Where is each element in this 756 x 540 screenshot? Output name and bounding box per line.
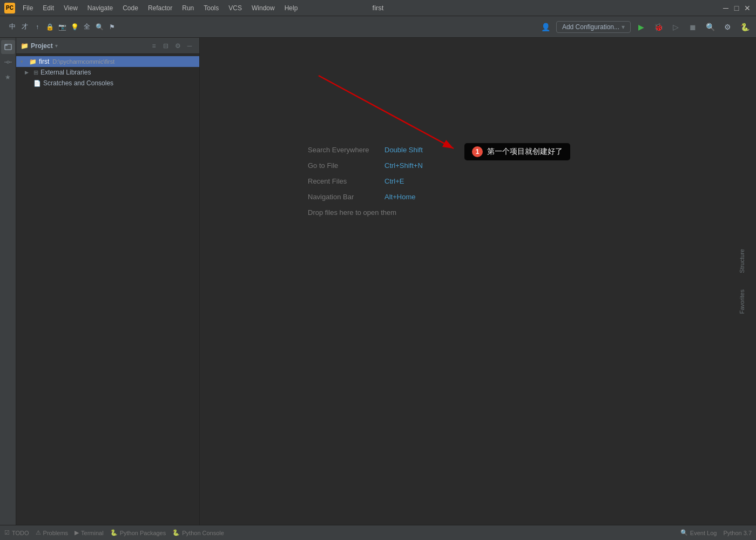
problems-label: Problems bbox=[43, 530, 68, 536]
window-controls: ─ □ ✕ bbox=[721, 4, 752, 12]
terminal-button[interactable]: ▶ Terminal bbox=[75, 529, 104, 536]
cn-icon-1[interactable]: 中 bbox=[6, 21, 18, 33]
python-version-button[interactable]: Python 3.7 bbox=[723, 530, 752, 536]
cn-icon-8[interactable]: 🔍 bbox=[93, 21, 105, 33]
settings-button[interactable]: ⚙ bbox=[720, 20, 734, 34]
python-console-label: Python Console bbox=[182, 530, 224, 536]
panel-settings-button[interactable]: ⚙ bbox=[172, 40, 183, 51]
python-packages-label: Python Packages bbox=[120, 530, 166, 536]
cn-icon-7[interactable]: 全 bbox=[81, 21, 93, 33]
problems-icon: ⚠ bbox=[36, 529, 41, 536]
scratch-icon: 📄 bbox=[33, 80, 41, 87]
project-tree: ▾ 📁 first D:\pycharmcommic\first ▶ ⊞ Ext… bbox=[16, 54, 199, 525]
scroll-from-source-button[interactable]: ≡ bbox=[148, 40, 159, 51]
annotation-number: 1 bbox=[472, 146, 483, 157]
update-button[interactable]: 🐍 bbox=[738, 20, 752, 34]
left-sidebar-icons: ★ bbox=[0, 38, 16, 525]
svg-line-6 bbox=[319, 76, 454, 148]
menu-bar: File Edit View Navigate Code Refactor Ru… bbox=[18, 3, 302, 13]
panel-header-icons: ≡ ⊟ ⚙ ─ bbox=[148, 40, 195, 51]
search-everywhere-button[interactable]: 🔍 bbox=[703, 20, 717, 34]
editor-area: 1 第一个项目就创建好了 Search Everywhere Double Sh… bbox=[200, 38, 756, 525]
python-packages-icon: 🐍 bbox=[110, 529, 118, 536]
menu-code[interactable]: Code bbox=[118, 3, 143, 13]
shortcut-row-search: Search Everywhere Double Shift bbox=[308, 146, 423, 154]
collapse-all-button[interactable]: ⊟ bbox=[160, 40, 171, 51]
shortcut-key-search: Double Shift bbox=[384, 146, 423, 154]
user-button[interactable]: 👤 bbox=[539, 20, 553, 34]
minimize-button[interactable]: ─ bbox=[721, 4, 730, 12]
svg-point-2 bbox=[7, 61, 9, 63]
menu-window[interactable]: Window bbox=[247, 3, 279, 13]
toolbar: 中 才 ↑ 🔒 📷 💡 全 🔍 ⚑ 👤 Add Configuration...… bbox=[0, 16, 756, 38]
scratches-consoles-label: Scratches and Consoles bbox=[43, 79, 113, 87]
menu-edit[interactable]: Edit bbox=[38, 3, 58, 13]
shortcut-hints: Search Everywhere Double Shift Go to Fil… bbox=[308, 146, 423, 201]
maximize-button[interactable]: □ bbox=[732, 4, 741, 12]
toolbar-right: 👤 Add Configuration... ▾ ▶ 🐞 ▷ ◼ 🔍 ⚙ 🐍 bbox=[539, 20, 752, 34]
main-layout: ★ 📁 Project ▾ ≡ ⊟ ⚙ ─ ▾ 📁 first D:\pycha… bbox=[0, 38, 756, 525]
cn-icon-6[interactable]: 💡 bbox=[69, 21, 80, 33]
annotation-tooltip: 1 第一个项目就创建好了 bbox=[464, 143, 570, 160]
menu-file[interactable]: File bbox=[18, 3, 37, 13]
run-button[interactable]: ▶ bbox=[634, 20, 648, 34]
panel-close-button[interactable]: ─ bbox=[184, 40, 195, 51]
ext-lib-icon: ⊞ bbox=[33, 69, 38, 76]
shortcut-label-search: Search Everywhere bbox=[308, 146, 378, 154]
shortcut-row-nav: Navigation Bar Alt+Home bbox=[308, 193, 423, 201]
menu-refactor[interactable]: Refactor bbox=[144, 3, 177, 13]
menu-tools[interactable]: Tools bbox=[199, 3, 223, 13]
external-libraries-item[interactable]: ▶ ⊞ External Libraries bbox=[16, 67, 199, 78]
event-log-button[interactable]: 🔍 Event Log bbox=[680, 529, 717, 536]
event-log-icon: 🔍 bbox=[680, 529, 688, 536]
shortcut-label-nav: Navigation Bar bbox=[308, 193, 378, 201]
project-panel: 📁 Project ▾ ≡ ⊟ ⚙ ─ ▾ 📁 first D:\pycharm… bbox=[16, 38, 200, 525]
cn-icon-4[interactable]: 🔒 bbox=[44, 21, 56, 33]
todo-label: TODO bbox=[12, 530, 29, 536]
expand-icon: ▶ bbox=[25, 70, 31, 75]
svg-rect-1 bbox=[5, 44, 8, 46]
menu-view[interactable]: View bbox=[59, 3, 82, 13]
project-panel-title: 📁 Project ▾ bbox=[21, 42, 58, 50]
cn-icon-5[interactable]: 📷 bbox=[56, 21, 68, 33]
project-panel-header: 📁 Project ▾ ≡ ⊟ ⚙ ─ bbox=[16, 38, 199, 54]
menu-run[interactable]: Run bbox=[178, 3, 198, 13]
python-console-button[interactable]: 🐍 Python Console bbox=[172, 529, 224, 536]
debug-button[interactable]: 🐞 bbox=[651, 20, 665, 34]
coverage-button[interactable]: ▷ bbox=[669, 20, 683, 34]
bookmark-tab-icon[interactable]: ★ bbox=[1, 70, 15, 84]
menu-help[interactable]: Help bbox=[280, 3, 302, 13]
favorites-tab-label[interactable]: Favorites bbox=[739, 289, 745, 314]
shortcut-key-file: Ctrl+Shift+N bbox=[384, 161, 423, 170]
cn-icon-9[interactable]: ⚑ bbox=[106, 21, 118, 33]
close-button[interactable]: ✕ bbox=[743, 4, 752, 12]
cn-icon-2[interactable]: 才 bbox=[19, 21, 31, 33]
add-configuration-button[interactable]: Add Configuration... ▾ bbox=[556, 21, 631, 33]
stop-button[interactable]: ◼ bbox=[686, 20, 700, 34]
red-arrow-annotation bbox=[297, 70, 470, 157]
project-tab-icon[interactable] bbox=[1, 40, 15, 54]
cn-icon-3[interactable]: ↑ bbox=[31, 21, 43, 33]
status-right: 🔍 Event Log Python 3.7 bbox=[680, 529, 752, 536]
folder-icon: 📁 bbox=[21, 42, 29, 50]
menu-vcs[interactable]: VCS bbox=[224, 3, 246, 13]
annotation-text: 第一个项目就创建好了 bbox=[487, 147, 563, 157]
scratches-consoles-item[interactable]: 📄 Scratches and Consoles bbox=[16, 78, 199, 89]
python-packages-button[interactable]: 🐍 Python Packages bbox=[110, 529, 166, 536]
todo-button[interactable]: ☑ TODO bbox=[4, 529, 29, 536]
structure-tab-label[interactable]: Structure bbox=[739, 249, 745, 273]
shortcut-row-recent: Recent Files Ctrl+E bbox=[308, 177, 423, 185]
add-config-dropdown-icon: ▾ bbox=[622, 23, 625, 31]
commit-tab-icon[interactable] bbox=[1, 55, 15, 69]
dropdown-arrow[interactable]: ▾ bbox=[55, 43, 58, 49]
drop-files-hint: Drop files here to open them bbox=[308, 208, 396, 217]
status-bar: ☑ TODO ⚠ Problems ▶ Terminal 🐍 Python Pa… bbox=[0, 525, 756, 540]
root-item-path: D:\pycharmcommic\first bbox=[52, 58, 114, 65]
project-root-item[interactable]: ▾ 📁 first D:\pycharmcommic\first bbox=[16, 56, 199, 67]
window-title: first bbox=[373, 4, 384, 12]
title-bar-left: PC File Edit View Navigate Code Refactor… bbox=[4, 3, 302, 14]
menu-navigate[interactable]: Navigate bbox=[83, 3, 117, 13]
problems-button[interactable]: ⚠ Problems bbox=[36, 529, 68, 536]
shortcut-label-file: Go to File bbox=[308, 161, 378, 170]
folder-icon: 📁 bbox=[29, 58, 37, 65]
